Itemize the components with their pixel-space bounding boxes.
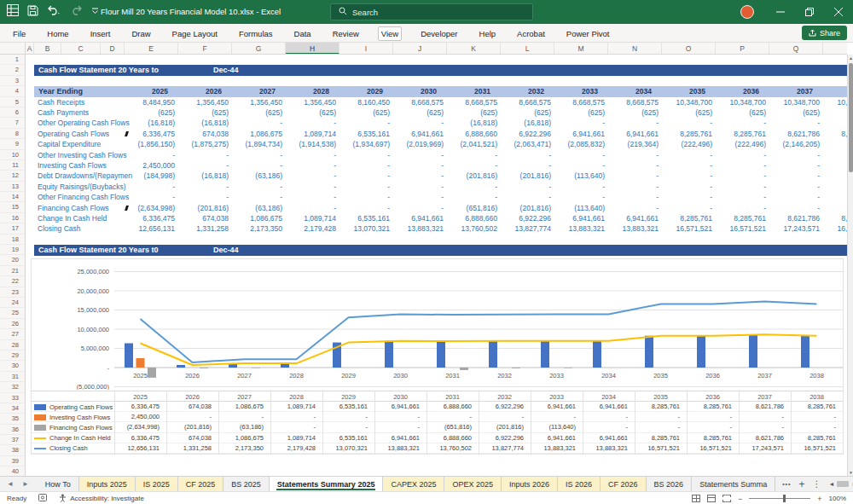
cell[interactable]: - [339,192,390,202]
cell[interactable]: (201,816) [501,203,551,213]
row-header-35[interactable]: 35 [0,414,25,424]
cell[interactable]: - [608,150,659,160]
sheet-tab-bs-2026[interactable]: BS 2026 [647,477,693,491]
cell[interactable]: (1,856,150) [125,139,175,149]
row-label[interactable]: Other Financing Cash Flows [38,192,129,202]
cell[interactable]: - [823,160,847,171]
sheet-tab-capex-2025[interactable]: CAPEX 2025 [383,477,444,491]
row-header-17[interactable]: 17 [0,223,25,234]
cell[interactable]: - [286,203,336,213]
ribbon-tab-draw[interactable]: Draw [129,27,153,40]
cell[interactable]: - [554,160,605,171]
cell[interactable]: 8,285,761 [716,213,766,223]
row-label[interactable]: Other Investing Cash Flows [38,150,126,160]
ribbon-tab-formulas[interactable]: Formulas [236,27,276,40]
search-box[interactable]: Search [330,3,533,20]
column-header-A[interactable]: A [26,43,34,55]
year-header-2030[interactable]: 2030 [402,86,456,96]
cell[interactable]: - [393,160,444,171]
row-header-25[interactable]: 25 [0,308,25,318]
row-header-1[interactable]: 1 [0,55,25,65]
row-header-13[interactable]: 13 [0,182,25,192]
close-button[interactable] [824,0,853,24]
cell[interactable]: - [393,118,444,128]
cell[interactable]: - [662,171,712,181]
column-header-O[interactable]: O [662,43,716,55]
cell[interactable]: - [769,192,820,202]
normal-view-icon[interactable] [692,495,700,502]
tab-menu-icon[interactable]: ⋮ [813,479,821,489]
cell[interactable]: - [662,192,712,202]
cell[interactable]: (222,496) [662,139,712,149]
row-label[interactable]: Debt Drawdowns/(Repaymen [38,171,132,181]
column-header-H[interactable]: H [286,43,339,55]
cell[interactable]: - [608,118,659,128]
column-header-G[interactable]: G [232,43,286,55]
cell[interactable]: (625) [823,107,847,118]
sheet-tab-statements-summa[interactable]: Statements Summa [692,477,775,491]
cell[interactable]: 6,888,660 [447,129,497,139]
cell[interactable]: 13,760,502 [447,223,497,234]
cell[interactable]: 6,888,660 [447,213,497,223]
select-all-corner[interactable] [0,43,26,55]
cell[interactable]: (113,640) [554,171,605,181]
row-header-24[interactable]: 24 [0,298,25,308]
cell[interactable]: - [716,171,766,181]
cell[interactable]: 10,348,700 [823,97,847,107]
ribbon-tab-power-pivot[interactable]: Power Pivot [564,27,612,40]
row-label[interactable]: Cash Receipts [38,97,84,107]
cell[interactable]: (219,364) [608,139,659,149]
cell[interactable]: - [339,171,390,181]
cell[interactable]: (113,640) [554,203,605,213]
row-label[interactable]: Change In Cash Held [38,213,107,223]
column-header-D[interactable]: D [101,43,125,55]
cell[interactable]: - [823,118,847,128]
row-label[interactable]: Financing Cash Flows [38,203,109,213]
sheet-tab-inputs-2025[interactable]: Inputs 2025 [79,477,136,491]
year-header-2036[interactable]: 2036 [724,86,778,96]
cell[interactable]: 6,941,661 [608,129,659,139]
cell[interactable]: - [339,118,390,128]
column-header-M[interactable]: M [554,43,608,55]
scroll-down-arrow[interactable]: ▼ [848,470,853,475]
cell[interactable]: - [286,160,336,171]
year-header-2037[interactable]: 2037 [778,86,832,96]
cell[interactable]: - [769,118,820,128]
cell[interactable]: 13,883,321 [554,223,605,234]
cell[interactable]: 8,668,575 [554,97,605,107]
ribbon-tab-review[interactable]: Review [330,27,362,40]
cell[interactable]: (625) [178,107,229,118]
year-header-2027[interactable]: 2027 [241,86,294,96]
cell[interactable]: 10,348,700 [716,97,766,107]
column-header-J[interactable]: J [393,43,447,55]
cell[interactable]: (625) [769,107,820,118]
cell[interactable]: 1,356,450 [286,97,336,107]
cell[interactable]: 6,941,661 [393,129,444,139]
row-header-29[interactable]: 29 [0,350,25,361]
cell[interactable]: 1,089,714 [286,129,336,139]
cell[interactable]: (625) [339,107,390,118]
zoom-out-button[interactable]: − [738,495,742,503]
cell[interactable]: 2,450,000 [125,160,175,171]
cell[interactable]: 2,179,428 [286,223,336,234]
cell[interactable]: (2,019,969) [393,139,444,149]
column-header-C[interactable]: C [61,43,101,55]
row-header-30[interactable]: 30 [0,361,25,371]
cell[interactable]: 6,535,161 [339,129,390,139]
cell[interactable]: - [447,160,497,171]
cell[interactable]: - [501,182,551,192]
row-header-5[interactable]: 5 [0,97,25,107]
cell[interactable]: (625) [286,107,336,118]
row-label[interactable]: Operating Cash Flows [38,129,109,139]
sheet-tab-bs-2025[interactable]: BS 2025 [223,477,270,491]
ribbon-tab-insert[interactable]: Insert [88,27,113,40]
row-header-2[interactable]: 2 [0,65,25,75]
column-header-B[interactable]: B [34,43,61,55]
cell[interactable]: - [286,182,336,192]
row-header-18[interactable]: 18 [0,235,25,245]
row-header-23[interactable]: 23 [0,287,25,298]
column-header-K[interactable]: K [447,43,501,55]
cell[interactable]: - [823,139,847,149]
ribbon-tab-view[interactable]: View [378,26,402,41]
statement-title-banner[interactable]: Cash Flow Statement 20 Years to Dec-44 [34,65,847,75]
